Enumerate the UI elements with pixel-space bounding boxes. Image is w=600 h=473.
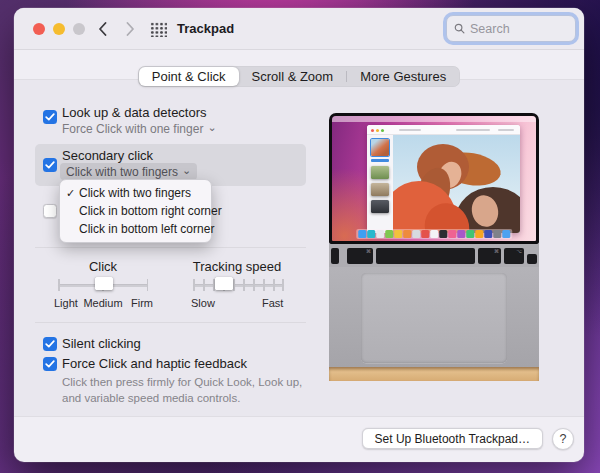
- slider-tick: [282, 279, 284, 291]
- chevron-right-icon: [126, 22, 135, 36]
- mini-dock-icon: [493, 230, 501, 238]
- mini-zoom-dot: [381, 129, 384, 132]
- force-click-checkbox[interactable]: [43, 357, 57, 371]
- tab-scroll-and-zoom[interactable]: Scroll & Zoom: [239, 67, 347, 86]
- secondary-click-menu: ✓ Click with two fingers Click in bottom…: [59, 179, 212, 243]
- mini-photo-thumb: [371, 166, 389, 179]
- mini-title-dash: [399, 129, 421, 131]
- silent-clicking-label: Silent clicking: [62, 336, 141, 351]
- chevron-down-icon: ⌄: [182, 166, 191, 174]
- zoom-button[interactable]: [73, 23, 85, 35]
- mini-dock-icon: [457, 230, 465, 238]
- mini-dock-icon: [394, 230, 402, 238]
- menu-item-label: Click in bottom left corner: [79, 222, 214, 236]
- slider-tick: [263, 279, 265, 291]
- tracking-slider-thumb[interactable]: [215, 277, 233, 290]
- menu-item-label: Click in bottom right corner: [79, 204, 222, 218]
- tracking-label-slow: Slow: [191, 297, 215, 309]
- checkmark-icon: [45, 360, 55, 368]
- force-click-label: Force Click and haptic feedback: [62, 356, 247, 371]
- mini-dock-icon: [367, 230, 375, 238]
- click-slider-thumb[interactable]: [95, 277, 113, 290]
- checkmark-icon: [45, 161, 55, 169]
- slider-tick: [233, 279, 235, 291]
- menu-item-label: Click with two fingers: [79, 186, 191, 200]
- setup-bluetooth-trackpad-button[interactable]: Set Up Bluetooth Trackpad…: [362, 428, 543, 449]
- force-click-description: Click then press firmly for Quick Look, …: [62, 374, 314, 406]
- laptop-wallpaper: [332, 116, 536, 241]
- mini-key-command-left: ⌘: [347, 248, 373, 264]
- mini-key-command-right: ⌘: [478, 248, 501, 264]
- trackpad-preview-video: ⌘ ⌘ ⌥: [322, 88, 578, 388]
- menu-item-two-fingers[interactable]: ✓ Click with two fingers: [60, 184, 211, 202]
- lookup-option-value: Force Click with one finger: [62, 122, 203, 136]
- mini-photo-selection-bar: [371, 159, 389, 162]
- mini-photo-of-two-people: [393, 135, 520, 233]
- laptop-keyboard-bottom-row: ⌘ ⌘ ⌥: [329, 244, 539, 267]
- tab-point-and-click[interactable]: Point & Click: [139, 67, 239, 86]
- window-title: Trackpad: [177, 21, 234, 36]
- mini-dock-icon: [439, 230, 447, 238]
- secondary-click-checkbox[interactable]: [43, 158, 57, 172]
- mini-dock-icon: [484, 230, 492, 238]
- menu-item-bottom-right[interactable]: Click in bottom right corner: [60, 202, 211, 220]
- back-button[interactable]: [92, 19, 112, 39]
- checkmark-icon: [45, 340, 55, 348]
- search-input[interactable]: [470, 22, 560, 36]
- help-button[interactable]: ?: [552, 428, 574, 450]
- mini-photo-thumb: [371, 200, 389, 213]
- close-button[interactable]: [33, 23, 45, 35]
- tracking-slider-title: Tracking speed: [182, 259, 292, 274]
- checkmark-icon: [45, 113, 55, 121]
- command-key-icon: ⌘: [366, 249, 371, 254]
- secondary-click-label: Secondary click: [62, 148, 153, 163]
- mini-key-arrow: [527, 254, 537, 264]
- click-slider[interactable]: [58, 276, 148, 294]
- mini-dock-icon: [466, 230, 474, 238]
- tab-bar: Point & Click Scroll & Zoom More Gesture…: [14, 66, 584, 87]
- chevron-left-icon: [98, 22, 107, 36]
- forward-button[interactable]: [120, 19, 140, 39]
- silent-clicking-checkbox[interactable]: [43, 337, 57, 351]
- tab-more-gestures[interactable]: More Gestures: [347, 67, 459, 86]
- mini-key-option: ⌥: [504, 248, 524, 264]
- mini-menubar: [332, 116, 536, 122]
- slider-tick: [273, 279, 275, 291]
- titlebar: Trackpad: [14, 8, 584, 50]
- lookup-checkbox[interactable]: [43, 110, 57, 124]
- slider-tick: [147, 279, 149, 291]
- mini-dock-icon: [385, 230, 393, 238]
- section-divider: [35, 247, 306, 248]
- mini-dock-icon: [502, 230, 510, 238]
- slider-tick: [193, 279, 195, 291]
- mini-dock-icon: [412, 230, 420, 238]
- tracking-speed-slider[interactable]: [193, 276, 284, 294]
- show-all-grid-icon[interactable]: [150, 22, 167, 37]
- secondary-click-option-popup[interactable]: Click with two fingers ⌄: [60, 163, 197, 180]
- search-field[interactable]: [446, 15, 576, 42]
- segmented-control: Point & Click Scroll & Zoom More Gesture…: [138, 66, 460, 87]
- hidden-option-checkbox[interactable]: [43, 204, 57, 218]
- mini-dock-icon: [475, 230, 483, 238]
- click-tick-label-medium: Medium: [82, 297, 124, 309]
- mini-photos-window: [367, 125, 520, 233]
- slider-tick: [203, 279, 205, 291]
- menu-item-bottom-left[interactable]: Click in bottom left corner: [60, 220, 211, 238]
- mini-key: [331, 248, 339, 264]
- mini-close-dot: [371, 129, 374, 132]
- laptop-screen: [329, 113, 539, 244]
- mini-dock-icon: [448, 230, 456, 238]
- click-tick-label-light: Light: [54, 297, 78, 309]
- slider-tick: [58, 279, 60, 291]
- option-key-icon: ⌥: [516, 249, 522, 254]
- wooden-desk: [329, 367, 539, 381]
- mini-dock: [356, 229, 512, 239]
- lookup-option-popup[interactable]: Force Click with one finger ⌄: [62, 122, 217, 136]
- mini-photos-sidebar: [367, 135, 393, 233]
- minimize-button[interactable]: [53, 23, 65, 35]
- mini-photo-thumb: [371, 183, 389, 196]
- mini-photo-thumb-selected: [371, 139, 389, 156]
- macbook-illustration: ⌘ ⌘ ⌥: [329, 113, 539, 381]
- mini-key-spacebar: [376, 248, 475, 264]
- slider-track[interactable]: [193, 284, 284, 287]
